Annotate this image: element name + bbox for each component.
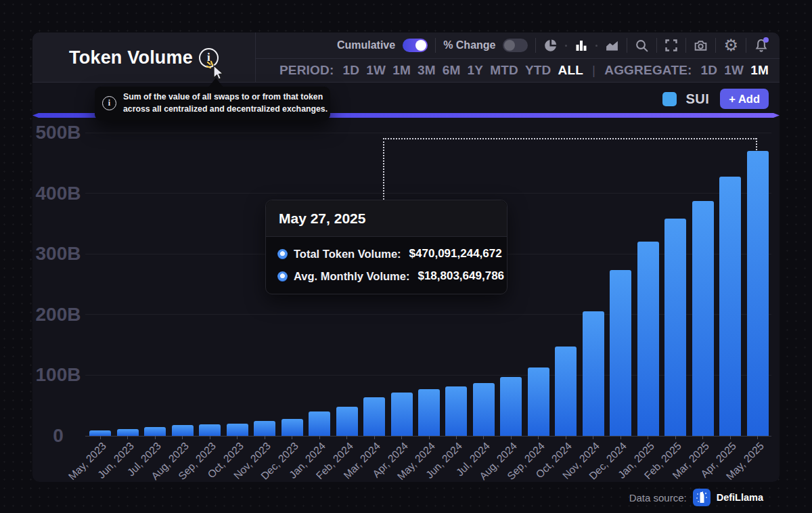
legend-swatch <box>662 92 677 106</box>
period-option-mtd[interactable]: MTD <box>490 63 518 78</box>
x-tick <box>100 436 101 439</box>
divider <box>746 38 746 53</box>
dot-divider <box>565 45 567 47</box>
bar-sep-2023[interactable] <box>199 424 221 436</box>
period-row: PERIOD: 1D1W1M3M6M1YMTDYTDALL | AGGREGAT… <box>256 59 780 82</box>
aggregate-options: 1D1W1M <box>701 63 769 78</box>
tooltip-row: Avg. Monthly Volume:$18,803,649,786 <box>277 269 499 283</box>
x-tick <box>319 436 320 439</box>
y-axis-label-500B: 500B <box>32 122 84 143</box>
x-tick <box>702 436 703 439</box>
pie-chart-icon[interactable] <box>543 39 558 53</box>
bar-may-2024[interactable] <box>418 389 440 436</box>
crosshair-horizontal <box>383 138 757 139</box>
x-tick <box>456 436 457 439</box>
bar-aug-2024[interactable] <box>500 377 522 436</box>
period-option-1d[interactable]: 1D <box>343 63 360 78</box>
page-title: Token Volume <box>69 47 193 68</box>
divider <box>535 38 536 53</box>
bar-dec-2023[interactable] <box>281 419 303 436</box>
period-option-1m[interactable]: 1M <box>392 63 411 78</box>
period-option-3m[interactable]: 3M <box>418 63 436 78</box>
bar-aug-2023[interactable] <box>172 425 194 436</box>
bar-jul-2024[interactable] <box>473 383 495 436</box>
tooltip-row-label: Total Token Volume: <box>294 248 401 261</box>
x-tick <box>182 436 183 439</box>
x-tick <box>621 436 621 439</box>
chart-tooltip: May 27, 2025 Total Token Volume:$470,091… <box>265 200 508 294</box>
period-option-1w[interactable]: 1W <box>366 63 386 78</box>
bar-feb-2025[interactable] <box>664 219 686 436</box>
crosshair-vertical-right <box>756 138 757 150</box>
gridline-500B <box>85 133 771 133</box>
y-axis-label-400B: 400B <box>32 183 84 204</box>
x-tick <box>483 436 484 439</box>
bar-feb-2024[interactable] <box>336 407 358 436</box>
bar-oct-2024[interactable] <box>555 347 577 436</box>
defillama-logo-icon <box>693 489 710 506</box>
x-tick <box>346 436 347 439</box>
x-tick <box>210 436 210 439</box>
tooltip-row-value: $470,091,244,672 <box>401 247 502 261</box>
legend-token-label: SUI <box>685 91 709 107</box>
y-axis-label-0: 0 <box>32 425 84 447</box>
bar-nov-2023[interactable] <box>254 421 275 436</box>
bar-apr-2025[interactable] <box>719 177 741 436</box>
gear-icon[interactable]: ⚙ <box>723 39 738 53</box>
legend: SUI + Add <box>662 89 769 109</box>
period-option-all[interactable]: ALL <box>558 63 584 78</box>
x-tick <box>374 436 375 439</box>
x-tick <box>648 436 648 439</box>
period-option-ytd[interactable]: YTD <box>525 63 551 78</box>
add-token-button[interactable]: + Add <box>720 89 769 109</box>
aggregate-option-1w[interactable]: 1W <box>724 63 744 78</box>
bar-mar-2024[interactable] <box>363 397 385 436</box>
panel-header: Token Volume i Cumulative % Change <box>32 32 780 83</box>
bar-chart-icon[interactable] <box>574 39 588 52</box>
aggregate-option-1m[interactable]: 1M <box>750 63 769 78</box>
page-background: Token Volume i Cumulative % Change <box>0 0 812 513</box>
info-icon-small: i <box>102 96 116 110</box>
chart-panel: Token Volume i Cumulative % Change <box>32 32 780 482</box>
bar-mar-2025[interactable] <box>692 201 714 436</box>
period-option-6m[interactable]: 6M <box>443 63 461 78</box>
cumulative-toggle[interactable] <box>403 39 428 52</box>
bell-icon[interactable] <box>754 38 769 53</box>
bar-may-2025[interactable] <box>747 151 769 436</box>
fullscreen-icon[interactable] <box>664 39 678 52</box>
area-chart-icon[interactable] <box>605 39 619 53</box>
tooltip-body: Total Token Volume:$470,091,244,672Avg. … <box>266 237 507 294</box>
bar-jun-2023[interactable] <box>117 429 139 436</box>
bar-jan-2024[interactable] <box>309 411 330 436</box>
tooltip-row: Total Token Volume:$470,091,244,672 <box>277 247 499 261</box>
pct-change-label: % Change <box>443 39 495 51</box>
aggregate-option-1d[interactable]: 1D <box>701 63 718 78</box>
datasource-brand: DefiLlama <box>717 492 763 503</box>
divider <box>685 38 686 53</box>
x-tick <box>566 436 566 439</box>
bar-oct-2023[interactable] <box>227 424 248 436</box>
x-tick <box>538 436 539 439</box>
period-option-1y[interactable]: 1Y <box>468 63 484 78</box>
cumulative-label: Cumulative <box>337 39 395 51</box>
pct-change-toggle[interactable] <box>503 39 528 52</box>
bar-may-2023[interactable] <box>89 430 111 436</box>
x-tick <box>429 436 430 439</box>
gridline-400B <box>85 193 771 194</box>
bar-apr-2024[interactable] <box>391 393 413 436</box>
y-axis-label-300B: 300B <box>32 243 84 265</box>
bar-nov-2024[interactable] <box>583 311 604 436</box>
bar-jun-2024[interactable] <box>445 386 467 436</box>
bar-jan-2025[interactable] <box>637 242 659 436</box>
dot-divider <box>595 45 597 47</box>
series-marker-icon <box>277 249 288 259</box>
bar-dec-2024[interactable] <box>610 270 631 437</box>
camera-icon[interactable] <box>694 39 708 53</box>
x-tick <box>401 436 402 439</box>
search-icon[interactable] <box>635 39 649 53</box>
x-tick <box>292 436 292 439</box>
aggregate-label: AGGREGATE: <box>604 63 692 78</box>
bar-sep-2024[interactable] <box>528 367 549 436</box>
info-tooltip-text: Sum of the value of all swaps to or from… <box>123 91 328 116</box>
bar-jul-2023[interactable] <box>144 427 166 436</box>
